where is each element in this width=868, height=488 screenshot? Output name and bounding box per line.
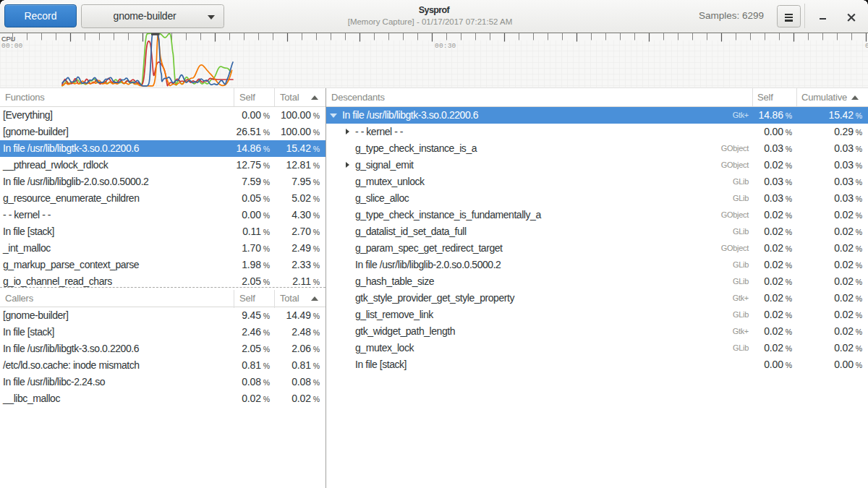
svg-text:00:00: 00:00 [1, 42, 23, 50]
svg-text:00:30: 00:30 [435, 42, 456, 50]
svg-text:01:00: 01:00 [865, 42, 868, 50]
